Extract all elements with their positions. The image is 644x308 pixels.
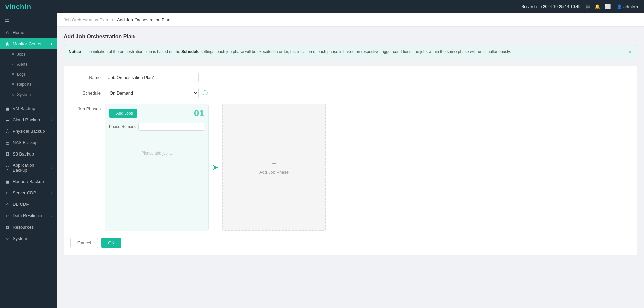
- ok-button[interactable]: OK: [101, 238, 121, 248]
- db-cdp-icon: ○: [5, 201, 10, 207]
- notice-bold: Schedule: [181, 49, 199, 54]
- sidebar-item-physical-backup[interactable]: ⬡ Physical Backup ›: [0, 125, 57, 137]
- cloud-backup-icon: ☁: [5, 117, 10, 122]
- sidebar-label-system-monitor: System: [17, 92, 31, 97]
- system-chevron-icon: ›: [51, 237, 52, 240]
- message-icon[interactable]: ▤: [586, 4, 590, 10]
- system-monitor-icon: ○: [12, 92, 14, 97]
- sidebar-item-server-cdp[interactable]: ○ Server CDP ›: [0, 187, 57, 198]
- sidebar-item-resources[interactable]: ▦ Resources ›: [0, 221, 57, 233]
- sidebar-item-home[interactable]: ⌂ Home: [0, 26, 57, 38]
- page-title: Add Job Orchestration Plan: [64, 34, 637, 40]
- sidebar-label-data-resilience: Data Resilience: [13, 213, 49, 218]
- sidebar-item-alerts[interactable]: ○ Alerts: [0, 59, 57, 69]
- server-cdp-icon: ○: [5, 190, 10, 195]
- resources-icon: ▦: [5, 224, 10, 230]
- cancel-button[interactable]: Cancel: [70, 238, 98, 248]
- home-icon: ⌂: [5, 29, 10, 35]
- form-section: Name Schedule On Demand Daily Weekly Mon…: [64, 66, 637, 255]
- user-menu[interactable]: 👤 admin ▾: [616, 4, 639, 9]
- name-input[interactable]: [105, 73, 199, 82]
- phase-remark-input[interactable]: [138, 123, 204, 131]
- notice-close-icon[interactable]: ✕: [628, 49, 632, 56]
- sidebar-item-jobs[interactable]: ≡ Jobs: [0, 49, 57, 59]
- job-phases-row: Job Phases + Add Jobs 01 Phase Remark: [70, 104, 631, 231]
- sidebar-label-vm-backup: VM Backup: [13, 106, 49, 111]
- sidebar-item-monitor-center[interactable]: ◉ Monitor Center ▾: [0, 38, 57, 49]
- sidebar-item-system-monitor[interactable]: ○ System: [0, 89, 57, 100]
- phase-number: 01: [194, 108, 204, 119]
- topbar: vinchin Server time 2024-10-25 14:10:49 …: [0, 0, 644, 13]
- sidebar-label-physical-backup: Physical Backup: [13, 129, 49, 134]
- chevron-down-icon: ▾: [51, 42, 52, 46]
- sidebar-label-monitor-center: Monitor Center: [13, 41, 48, 46]
- hadoop-backup-chevron-icon: ›: [51, 180, 52, 183]
- sidebar-item-s3-backup[interactable]: ▦ S3 Backup ›: [0, 148, 57, 160]
- add-phase-card[interactable]: + Add Job Phase: [222, 104, 326, 231]
- application-backup-icon: ⬡: [5, 165, 10, 170]
- breadcrumb: Job Orchestration Plan > Add Job Orchest…: [57, 13, 644, 27]
- schedule-label: Schedule: [70, 90, 101, 96]
- server-cdp-chevron-icon: ›: [51, 191, 52, 195]
- content-area: Job Orchestration Plan > Add Job Orchest…: [57, 13, 644, 308]
- physical-backup-chevron-icon: ›: [51, 129, 52, 133]
- breadcrumb-parent[interactable]: Job Orchestration Plan: [64, 17, 108, 22]
- phase-arrow-icon: ➤: [212, 163, 219, 172]
- vm-backup-chevron-icon: ›: [51, 107, 52, 110]
- main-layout: ☰ ⌂ Home ◉ Monitor Center ▾ ≡ Jobs ○ Ale…: [0, 13, 644, 308]
- screen-icon[interactable]: ⬜: [605, 4, 611, 10]
- logo-vin: vin: [5, 3, 16, 10]
- hadoop-backup-icon: ▣: [5, 179, 10, 184]
- physical-backup-icon: ⬡: [5, 128, 10, 134]
- phase-remark-label: Phase Remark: [109, 124, 136, 129]
- reports-chevron-icon: ›: [34, 82, 35, 87]
- hamburger-menu[interactable]: ☰: [0, 13, 57, 26]
- schedule-select[interactable]: On Demand Daily Weekly Monthly: [105, 88, 199, 98]
- job-phases-label: Job Phases: [70, 104, 101, 111]
- jobs-icon: ≡: [12, 52, 14, 57]
- notice-label: Notice:: [69, 49, 83, 54]
- sidebar-label-alerts: Alerts: [17, 62, 28, 67]
- breadcrumb-separator: >: [111, 17, 114, 22]
- sidebar-item-cloud-backup[interactable]: ☁ Cloud Backup ›: [0, 114, 57, 125]
- sidebar-label-cloud-backup: Cloud Backup: [13, 117, 49, 122]
- sidebar-label-server-cdp: Server CDP: [13, 190, 49, 195]
- sidebar-item-nas-backup[interactable]: ▤ NAS Backup ›: [0, 137, 57, 148]
- sidebar-item-reports[interactable]: ≡ Reports ›: [0, 79, 57, 89]
- sidebar-item-system[interactable]: ○ System ›: [0, 233, 57, 244]
- sidebar-label-application-backup: Application Backup: [13, 163, 49, 173]
- sidebar-item-application-backup[interactable]: ⬡ Application Backup ›: [0, 160, 57, 176]
- sidebar-item-data-resilience[interactable]: ○ Data Resilience ›: [0, 210, 57, 221]
- reports-icon: ≡: [12, 82, 14, 87]
- topbar-icons: ▤ 🔔 ⬜: [586, 4, 611, 10]
- phase-card-1: + Add Jobs 01 Phase Remark Please add jo…: [105, 104, 209, 231]
- bottom-actions: Cancel OK: [70, 238, 631, 248]
- alerts-icon: ○: [12, 62, 14, 67]
- divider: [0, 101, 57, 101]
- page-content: Add Job Orchestration Plan Notice: The i…: [57, 27, 644, 308]
- nas-backup-icon: ▤: [5, 140, 10, 145]
- notice-content: Notice: The initiation of the orchestrat…: [69, 49, 511, 55]
- monitor-center-icon: ◉: [5, 41, 10, 46]
- name-label: Name: [70, 75, 101, 80]
- sidebar-item-db-cdp[interactable]: ○ DB CDP ›: [0, 198, 57, 210]
- logo: vinchin: [5, 3, 31, 11]
- sidebar-label-db-cdp: DB CDP: [13, 202, 49, 207]
- sidebar-item-vm-backup[interactable]: ▣ VM Backup ›: [0, 103, 57, 114]
- data-resilience-icon: ○: [5, 213, 10, 218]
- phase-remark-row: Phase Remark: [109, 123, 204, 131]
- sidebar-item-logs[interactable]: ≡ Logs: [0, 69, 57, 79]
- application-backup-chevron-icon: ›: [51, 166, 52, 170]
- bell-icon[interactable]: 🔔: [594, 4, 601, 10]
- sidebar-label-nas-backup: NAS Backup: [13, 140, 49, 145]
- notice-text2: settings, each job phase will be execute…: [201, 49, 511, 54]
- sidebar-item-hadoop-backup[interactable]: ▣ Hadoop Backup ›: [0, 176, 57, 187]
- cloud-backup-chevron-icon: ›: [51, 118, 52, 122]
- schedule-info-icon[interactable]: ⓘ: [203, 90, 208, 96]
- phases-container: + Add Jobs 01 Phase Remark Please add jo…: [105, 104, 631, 231]
- sidebar-label-reports: Reports: [17, 82, 31, 87]
- s3-backup-chevron-icon: ›: [51, 152, 52, 156]
- add-phase-text: Add Job Phase: [259, 170, 289, 175]
- add-jobs-button[interactable]: + Add Jobs: [109, 109, 137, 118]
- nas-backup-chevron-icon: ›: [51, 141, 52, 144]
